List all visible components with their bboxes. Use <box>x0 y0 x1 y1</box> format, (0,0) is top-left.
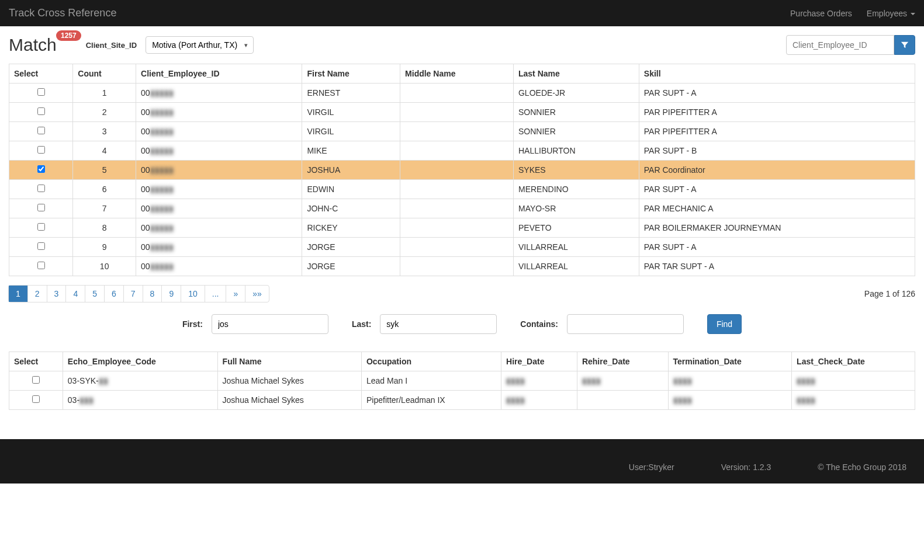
first-label: First: <box>182 319 203 329</box>
filter-button[interactable] <box>894 35 915 55</box>
nav-purchase-orders[interactable]: Purchase Orders <box>790 9 852 18</box>
cell-middle <box>400 84 514 103</box>
col-header[interactable]: Echo_Employee_Code <box>63 352 217 371</box>
cell-last: SONNIER <box>513 103 639 122</box>
cell-first: ERNEST <box>302 84 400 103</box>
cell-skill: PAR BOILERMAKER JOURNEYMAN <box>639 218 915 238</box>
clients-table: SelectCountClient_Employee_IDFirst NameM… <box>9 64 915 276</box>
page-link[interactable]: 3 <box>47 286 66 302</box>
cell-name: Joshua Michael Sykes <box>217 391 361 410</box>
cell-last: PEVETO <box>513 218 639 238</box>
contains-input[interactable] <box>567 314 684 334</box>
col-header[interactable]: Client_Employee_ID <box>136 64 302 84</box>
filter-icon <box>901 41 909 49</box>
col-header[interactable]: Skill <box>639 64 915 84</box>
table-row[interactable]: 900▮▮▮▮▮JORGEVILLARREALPAR SUPT - A <box>9 238 915 257</box>
site-select[interactable]: Motiva (Port Arthur, TX) <box>146 36 254 54</box>
table-row[interactable]: 03-SYK-▮▮Joshua Michael SykesLead Man I▮… <box>9 371 915 391</box>
table-row[interactable]: 600▮▮▮▮▮EDWINMERENDINOPAR SUPT - A <box>9 180 915 199</box>
echo-table: SelectEcho_Employee_CodeFull NameOccupat… <box>9 352 915 410</box>
page-link[interactable]: ... <box>205 286 226 302</box>
cell-count: 5 <box>73 161 136 180</box>
cell-id: 00▮▮▮▮▮ <box>136 199 302 218</box>
table-row[interactable]: 500▮▮▮▮▮JOSHUASYKESPAR Coordinator <box>9 161 915 180</box>
cell-count: 6 <box>73 180 136 199</box>
col-header[interactable]: Last_Check_Date <box>792 352 915 371</box>
page-link[interactable]: »» <box>245 286 269 302</box>
row-checkbox[interactable] <box>37 204 45 211</box>
page-link[interactable]: 9 <box>162 286 181 302</box>
table-row[interactable]: 700▮▮▮▮▮JOHN-CMAYO-SRPAR MECHANIC A <box>9 199 915 218</box>
page-link[interactable]: 2 <box>28 286 47 302</box>
col-header[interactable]: Select <box>9 64 73 84</box>
cell-hire: ▮▮▮▮ <box>501 371 577 391</box>
cell-middle <box>400 199 514 218</box>
col-header[interactable]: Select <box>9 352 63 371</box>
cell-skill: PAR SUPT - A <box>639 84 915 103</box>
table-row[interactable]: 03-▮▮▮Joshua Michael SykesPipefitter/Lea… <box>9 391 915 410</box>
col-header[interactable]: Occupation <box>361 352 501 371</box>
table-row[interactable]: 300▮▮▮▮▮VIRGILSONNIERPAR PIPEFITTER A <box>9 122 915 141</box>
page-link[interactable]: 6 <box>105 286 123 302</box>
table-row[interactable]: 1000▮▮▮▮▮JORGEVILLARREALPAR TAR SUPT - A <box>9 257 915 276</box>
last-label: Last: <box>352 319 371 329</box>
page-link[interactable]: 10 <box>181 286 205 302</box>
row-checkbox[interactable] <box>32 395 40 403</box>
col-header[interactable]: Count <box>73 64 136 84</box>
row-checkbox[interactable] <box>37 107 45 115</box>
cell-first: EDWIN <box>302 180 400 199</box>
find-button[interactable]: Find <box>707 314 742 334</box>
table-row[interactable]: 800▮▮▮▮▮RICKEYPEVETOPAR BOILERMAKER JOUR… <box>9 218 915 238</box>
col-header[interactable]: First Name <box>302 64 400 84</box>
filter-input[interactable] <box>786 35 894 55</box>
cell-rehire: ▮▮▮▮ <box>577 371 668 391</box>
cell-last: ▮▮▮▮ <box>792 371 915 391</box>
row-checkbox[interactable] <box>37 146 45 154</box>
table-row[interactable]: 400▮▮▮▮▮MIKEHALLIBURTONPAR SUPT - B <box>9 141 915 161</box>
last-input[interactable] <box>380 314 497 334</box>
cell-first: VIRGIL <box>302 103 400 122</box>
table-row[interactable]: 200▮▮▮▮▮VIRGILSONNIERPAR PIPEFITTER A <box>9 103 915 122</box>
cell-term: ▮▮▮▮ <box>668 391 792 410</box>
row-checkbox[interactable] <box>37 185 45 192</box>
cell-last: VILLARREAL <box>513 257 639 276</box>
page-link[interactable]: 7 <box>124 286 143 302</box>
footer-version: Version: 1.2.3 <box>721 462 771 472</box>
nav-employees[interactable]: Employees <box>867 9 915 18</box>
first-input[interactable] <box>212 314 328 334</box>
row-checkbox[interactable] <box>37 262 45 269</box>
cell-first: JORGE <box>302 238 400 257</box>
cell-count: 2 <box>73 103 136 122</box>
cell-code: 03-SYK-▮▮ <box>63 371 217 391</box>
page-link[interactable]: 8 <box>143 286 162 302</box>
row-checkbox[interactable] <box>37 127 45 134</box>
col-header[interactable]: Last Name <box>513 64 639 84</box>
row-checkbox[interactable] <box>32 376 40 384</box>
col-header[interactable]: Middle Name <box>400 64 514 84</box>
page-link[interactable]: » <box>226 286 245 302</box>
cell-term: ▮▮▮▮ <box>668 371 792 391</box>
row-checkbox[interactable] <box>37 165 45 173</box>
page-link[interactable]: 1 <box>9 286 27 302</box>
row-checkbox[interactable] <box>37 242 45 250</box>
table-row[interactable]: 100▮▮▮▮▮ERNESTGLOEDE-JRPAR SUPT - A <box>9 84 915 103</box>
page-info: Page 1 of 126 <box>864 289 915 298</box>
cell-id: 00▮▮▮▮▮ <box>136 238 302 257</box>
match-count-badge: 1257 <box>56 30 81 41</box>
cell-middle <box>400 218 514 238</box>
col-header[interactable]: Full Name <box>217 352 361 371</box>
page-link[interactable]: 5 <box>85 286 104 302</box>
cell-occ: Lead Man I <box>361 371 501 391</box>
cell-skill: PAR Coordinator <box>639 161 915 180</box>
col-header[interactable]: Termination_Date <box>668 352 792 371</box>
row-checkbox[interactable] <box>37 223 45 231</box>
col-header[interactable]: Hire_Date <box>501 352 577 371</box>
col-header[interactable]: Rehire_Date <box>577 352 668 371</box>
cell-last: HALLIBURTON <box>513 141 639 161</box>
page-link[interactable]: 4 <box>66 286 85 302</box>
cell-skill: PAR SUPT - A <box>639 180 915 199</box>
cell-skill: PAR SUPT - B <box>639 141 915 161</box>
chevron-down-icon <box>911 13 915 15</box>
cell-id: 00▮▮▮▮▮ <box>136 161 302 180</box>
row-checkbox[interactable] <box>37 88 45 96</box>
